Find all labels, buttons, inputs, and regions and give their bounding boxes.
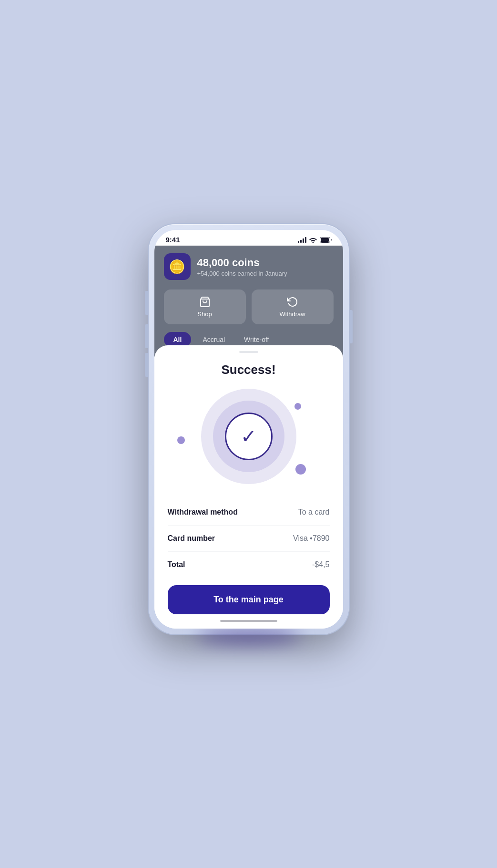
withdrawal-value: To a card (298, 508, 330, 517)
withdraw-button[interactable]: Withdraw (252, 289, 334, 324)
circle-inner: ✓ (225, 413, 273, 460)
success-graphic: ✓ (168, 389, 330, 484)
action-buttons: Shop Withdraw (164, 289, 334, 324)
total-value: -$4,5 (312, 560, 329, 569)
shop-button[interactable]: Shop (164, 289, 246, 324)
bottom-sheet: Success! ✓ (154, 345, 343, 629)
dot-3 (295, 464, 306, 475)
total-label: Total (168, 560, 185, 569)
notch (218, 230, 280, 243)
card-value: Visa •7890 (293, 534, 329, 543)
main-page-button[interactable]: To the main page (168, 585, 330, 614)
status-time: 9:41 (166, 236, 180, 244)
coin-info: 48,000 coins +54,000 coins earned in Jan… (197, 257, 287, 277)
details-section: Withdrawal method To a card Card number … (168, 499, 330, 578)
svg-rect-1 (321, 238, 329, 242)
background-content: 🪙 48,000 coins +54,000 coins earned in J… (154, 246, 343, 357)
phone-glow (196, 630, 301, 644)
coins-header: 🪙 48,000 coins +54,000 coins earned in J… (164, 246, 334, 289)
detail-row-total: Total -$4,5 (168, 552, 330, 578)
coin-icon: 🪙 (164, 253, 191, 280)
detail-row-withdrawal: Withdrawal method To a card (168, 499, 330, 526)
card-label: Card number (168, 534, 215, 543)
battery-icon (320, 237, 332, 243)
signal-icon (298, 237, 306, 243)
coins-amount: 48,000 coins (197, 257, 287, 269)
status-icons (298, 237, 332, 243)
sheet-handle (239, 351, 258, 353)
circle-outer: ✓ (201, 389, 296, 484)
withdrawal-label: Withdrawal method (168, 508, 238, 517)
phone-frame: 9:41 (149, 224, 349, 634)
circle-middle: ✓ (213, 401, 284, 472)
home-indicator (220, 620, 277, 622)
dot-2 (177, 436, 185, 444)
shop-icon (199, 296, 211, 308)
shop-label: Shop (197, 310, 212, 318)
phone-screen: 9:41 (154, 230, 343, 629)
wifi-icon (309, 237, 317, 243)
withdraw-icon (287, 296, 298, 308)
coins-subtitle: +54,000 coins earned in January (197, 270, 287, 277)
detail-row-card: Card number Visa •7890 (168, 526, 330, 552)
dot-1 (294, 403, 301, 410)
success-title: Success! (168, 362, 330, 377)
checkmark-icon: ✓ (241, 427, 257, 446)
withdraw-label: Withdraw (279, 310, 305, 318)
